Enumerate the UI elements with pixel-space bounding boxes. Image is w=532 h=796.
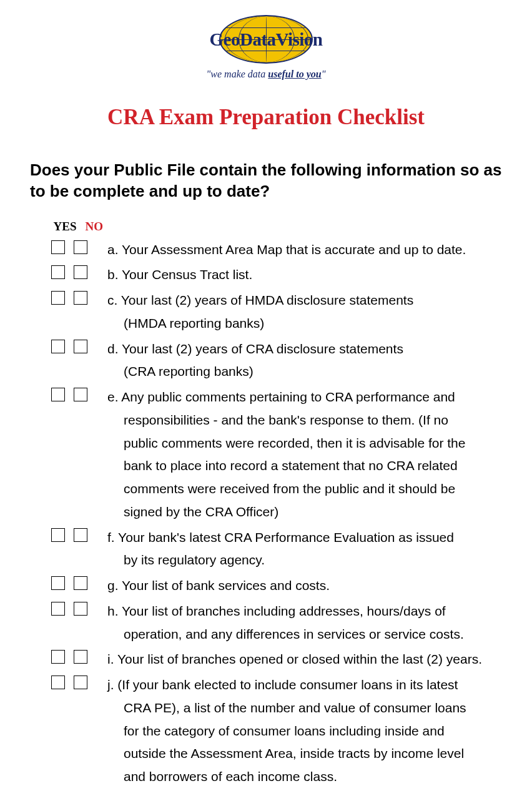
item-line: for the category of consumer loans inclu… bbox=[124, 720, 502, 743]
item-line: responsibilities - and the bank's respon… bbox=[124, 409, 502, 432]
item-text: h. Your list of branches including addre… bbox=[107, 600, 502, 646]
item-line: e. Any public comments pertaining to CRA… bbox=[107, 386, 502, 409]
logo-text: GeoDataVision bbox=[202, 29, 330, 49]
question-heading: Does your Public File contain the follow… bbox=[30, 160, 502, 202]
item-line: b. Your Census Tract list. bbox=[107, 263, 502, 287]
item-line: by its regulatory agency. bbox=[124, 549, 502, 572]
checklist-row: a. Your Assessment Area Map that is accu… bbox=[51, 238, 502, 262]
checklist: YES NO a. Your Assessment Area Map that … bbox=[51, 220, 502, 789]
logo-block: GeoDataVision "we make data useful to yo… bbox=[30, 16, 502, 80]
page-title: CRA Exam Preparation Checklist bbox=[30, 105, 502, 130]
checkbox-group bbox=[51, 600, 107, 616]
checkbox-group bbox=[51, 338, 107, 353]
item-line: public comments were recorded, then it i… bbox=[124, 432, 502, 455]
item-text: b. Your Census Tract list. bbox=[107, 263, 502, 287]
item-line: d. Your last (2) years of CRA disclosure… bbox=[107, 338, 502, 361]
page: GeoDataVision "we make data useful to yo… bbox=[0, 0, 532, 796]
checklist-row: h. Your list of branches including addre… bbox=[51, 600, 502, 646]
item-line: a. Your Assessment Area Map that is accu… bbox=[107, 238, 502, 262]
header-yes: YES bbox=[51, 220, 79, 233]
checklist-row: e. Any public comments pertaining to CRA… bbox=[51, 386, 502, 524]
item-line: f. Your bank's latest CRA Performance Ev… bbox=[107, 526, 502, 549]
item-line: CRA PE), a list of the number and value … bbox=[124, 697, 502, 720]
checkbox-group bbox=[51, 263, 107, 279]
item-line: c. Your last (2) years of HMDA disclosur… bbox=[107, 289, 502, 312]
checkbox-group bbox=[51, 574, 107, 590]
checkbox-yes[interactable] bbox=[51, 291, 65, 305]
checkbox-no[interactable] bbox=[74, 340, 87, 353]
checkbox-no[interactable] bbox=[74, 388, 87, 401]
checkbox-yes[interactable] bbox=[51, 650, 65, 664]
item-text: a. Your Assessment Area Map that is accu… bbox=[107, 238, 502, 262]
checklist-row: d. Your last (2) years of CRA disclosure… bbox=[51, 338, 502, 384]
checkbox-group bbox=[51, 386, 107, 401]
item-line: (HMDA reporting banks) bbox=[124, 312, 502, 335]
item-text: j. (If your bank elected to include cons… bbox=[107, 674, 502, 789]
item-line: j. (If your bank elected to include cons… bbox=[107, 674, 502, 697]
checkbox-yes[interactable] bbox=[51, 676, 65, 689]
item-line: operation, and any differences in servic… bbox=[124, 623, 502, 646]
checkbox-group bbox=[51, 238, 107, 254]
checkbox-no[interactable] bbox=[74, 528, 87, 542]
item-line: signed by the CRA Officer) bbox=[124, 501, 502, 524]
item-line: bank to place into record a statement th… bbox=[124, 455, 502, 478]
item-line: and borrowers of each income class. bbox=[124, 765, 502, 789]
checkbox-group bbox=[51, 648, 107, 664]
checkbox-yes[interactable] bbox=[51, 388, 65, 401]
item-line: (CRA reporting banks) bbox=[124, 360, 502, 383]
item-text: d. Your last (2) years of CRA disclosure… bbox=[107, 338, 502, 384]
checklist-rows: a. Your Assessment Area Map that is accu… bbox=[51, 238, 502, 789]
checkbox-no[interactable] bbox=[74, 291, 87, 305]
tagline-prefix: "we make data bbox=[207, 69, 268, 79]
item-text: g. Your list of bank services and costs. bbox=[107, 574, 502, 597]
checkbox-no[interactable] bbox=[74, 240, 87, 254]
checkbox-yes[interactable] bbox=[51, 528, 65, 542]
checklist-row: i. Your list of branches opened or close… bbox=[51, 648, 502, 671]
checkbox-yes[interactable] bbox=[51, 265, 65, 279]
item-text: c. Your last (2) years of HMDA disclosur… bbox=[107, 289, 502, 335]
checkbox-no[interactable] bbox=[74, 265, 87, 279]
checklist-row: b. Your Census Tract list. bbox=[51, 263, 502, 287]
item-line: h. Your list of branches including addre… bbox=[107, 600, 502, 623]
column-headers: YES NO bbox=[51, 220, 502, 233]
tagline-underline: useful to you bbox=[268, 69, 321, 79]
header-no: NO bbox=[82, 220, 107, 233]
item-line: i. Your list of branches opened or close… bbox=[107, 648, 502, 671]
checkbox-group bbox=[51, 674, 107, 689]
item-line: comments were received from the public a… bbox=[124, 478, 502, 501]
checkbox-yes[interactable] bbox=[51, 602, 65, 616]
tagline-suffix: " bbox=[322, 69, 326, 79]
checkbox-yes[interactable] bbox=[51, 240, 65, 254]
checklist-row: j. (If your bank elected to include cons… bbox=[51, 674, 502, 789]
checkbox-yes[interactable] bbox=[51, 340, 65, 353]
checklist-row: f. Your bank's latest CRA Performance Ev… bbox=[51, 526, 502, 572]
item-text: f. Your bank's latest CRA Performance Ev… bbox=[107, 526, 502, 572]
checkbox-group bbox=[51, 526, 107, 542]
item-text: e. Any public comments pertaining to CRA… bbox=[107, 386, 502, 524]
checklist-row: g. Your list of bank services and costs. bbox=[51, 574, 502, 597]
checkbox-yes[interactable] bbox=[51, 576, 65, 590]
checklist-row: c. Your last (2) years of HMDA disclosur… bbox=[51, 289, 502, 335]
logo: GeoDataVision bbox=[202, 16, 330, 62]
checkbox-no[interactable] bbox=[74, 676, 87, 689]
tagline: "we make data useful to you" bbox=[30, 69, 502, 80]
checkbox-no[interactable] bbox=[74, 576, 87, 590]
item-text: i. Your list of branches opened or close… bbox=[107, 648, 502, 671]
checkbox-no[interactable] bbox=[74, 650, 87, 664]
checkbox-no[interactable] bbox=[74, 602, 87, 616]
checkbox-group bbox=[51, 289, 107, 305]
item-line: outside the Assessment Area, inside trac… bbox=[124, 742, 502, 765]
item-line: g. Your list of bank services and costs. bbox=[107, 574, 502, 597]
